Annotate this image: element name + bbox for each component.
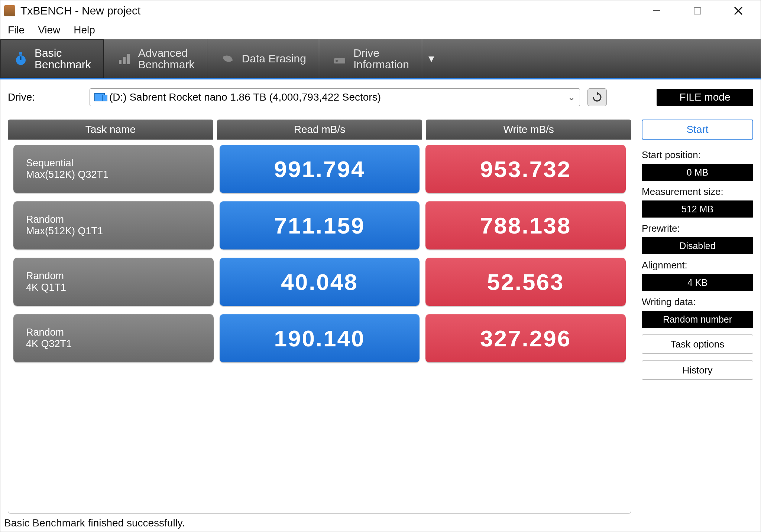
table-row: Random 4K Q1T1 40.048 52.563 xyxy=(13,258,626,306)
measurement-size-label: Measurement size: xyxy=(642,186,753,198)
task-line1: Random xyxy=(26,327,214,338)
tab-drive-l1: Drive xyxy=(353,47,409,59)
svg-point-11 xyxy=(336,60,338,62)
titlebar: TxBENCH - New project xyxy=(0,0,761,21)
drive-select[interactable]: (D:) Sabrent Rocket nano 1.86 TB (4,000,… xyxy=(90,88,580,106)
window-title: TxBENCH - New project xyxy=(20,4,140,17)
task-options-button[interactable]: Task options xyxy=(642,334,753,354)
minimize-button[interactable] xyxy=(649,3,664,18)
tab-basic-l1: Basic xyxy=(35,47,91,59)
task-line1: Sequential xyxy=(26,157,214,169)
window-controls xyxy=(649,3,757,18)
task-cell[interactable]: Random Max(512K) Q1T1 xyxy=(13,201,214,249)
results-header: Task name Read mB/s Write mB/s xyxy=(8,120,631,140)
task-cell[interactable]: Random 4K Q1T1 xyxy=(13,258,214,306)
tab-data-erasing[interactable]: Data Erasing xyxy=(207,39,319,78)
write-value: 788.138 xyxy=(425,201,626,249)
tab-advanced-l2: Benchmark xyxy=(138,59,195,71)
close-button[interactable] xyxy=(731,3,746,18)
bar-chart-icon xyxy=(117,51,132,66)
header-write: Write mB/s xyxy=(426,120,631,140)
refresh-icon xyxy=(592,92,603,103)
history-button[interactable]: History xyxy=(642,360,753,380)
read-value: 40.048 xyxy=(220,258,420,306)
tab-drive-l2: Information xyxy=(353,59,409,71)
alignment-value[interactable]: 4 KB xyxy=(642,274,753,291)
drive-row: Drive: (D:) Sabrent Rocket nano 1.86 TB … xyxy=(8,86,753,108)
tab-advanced-l1: Advanced xyxy=(138,47,195,59)
task-line2: Max(512K) Q1T1 xyxy=(26,225,214,237)
svg-rect-5 xyxy=(19,52,22,55)
svg-rect-9 xyxy=(127,54,130,64)
tab-erasing-label: Data Erasing xyxy=(242,52,306,65)
menu-file[interactable]: File xyxy=(8,24,25,36)
drive-device-icon xyxy=(94,93,105,101)
drive-icon xyxy=(332,51,347,66)
alignment-label: Alignment: xyxy=(642,260,753,271)
tab-basic-l2: Benchmark xyxy=(35,59,91,71)
app-icon xyxy=(4,5,15,16)
task-line2: 4K Q1T1 xyxy=(26,282,214,293)
sidebar: Start Start position: 0 MB Measurement s… xyxy=(642,120,753,514)
drive-label: Drive: xyxy=(8,91,82,103)
tab-drive-information[interactable]: Drive Information xyxy=(319,39,422,78)
write-value: 52.563 xyxy=(425,258,626,306)
table-row: Random 4K Q32T1 190.140 327.296 xyxy=(13,314,626,362)
erase-icon xyxy=(220,51,236,66)
svg-rect-8 xyxy=(123,57,126,64)
task-cell[interactable]: Sequential Max(512K) Q32T1 xyxy=(13,145,214,193)
tabbar: Basic Benchmark Advanced Benchmark Data … xyxy=(0,39,761,79)
results-table: Task name Read mB/s Write mB/s Sequentia… xyxy=(8,120,631,514)
close-icon xyxy=(733,6,744,16)
writing-data-label: Writing data: xyxy=(642,296,753,308)
file-mode-label: FILE mode xyxy=(680,91,731,103)
read-value: 190.140 xyxy=(220,314,420,362)
content-area: Drive: (D:) Sabrent Rocket nano 1.86 TB … xyxy=(0,79,761,514)
tab-overflow-button[interactable]: ▼ xyxy=(422,39,441,78)
task-line1: Random xyxy=(26,270,214,282)
task-line2: 4K Q32T1 xyxy=(26,338,214,350)
status-text: Basic Benchmark finished successfully. xyxy=(4,517,185,529)
read-value: 991.794 xyxy=(220,145,420,193)
statusbar: Basic Benchmark finished successfully. xyxy=(0,514,761,532)
start-button[interactable]: Start xyxy=(642,120,753,140)
refresh-button[interactable] xyxy=(587,88,607,106)
start-label: Start xyxy=(686,124,708,136)
write-value: 327.296 xyxy=(425,314,626,362)
table-row: Random Max(512K) Q1T1 711.159 788.138 xyxy=(13,201,626,249)
task-line1: Random xyxy=(26,214,214,225)
prewrite-value[interactable]: Disabled xyxy=(642,237,753,254)
minimize-icon xyxy=(651,6,662,16)
write-value: 953.732 xyxy=(425,145,626,193)
start-position-label: Start position: xyxy=(642,149,753,161)
main-area: Task name Read mB/s Write mB/s Sequentia… xyxy=(8,120,753,514)
task-cell[interactable]: Random 4K Q32T1 xyxy=(13,314,214,362)
prewrite-label: Prewrite: xyxy=(642,223,753,234)
tab-basic-benchmark[interactable]: Basic Benchmark xyxy=(0,39,104,78)
results-body: Sequential Max(512K) Q32T1 991.794 953.7… xyxy=(8,140,631,514)
svg-rect-7 xyxy=(119,60,122,64)
svg-rect-1 xyxy=(694,7,701,14)
tab-advanced-benchmark[interactable]: Advanced Benchmark xyxy=(104,39,208,78)
header-read: Read mB/s xyxy=(217,120,422,140)
task-options-label: Task options xyxy=(671,339,725,350)
menu-view[interactable]: View xyxy=(38,24,60,36)
writing-data-value[interactable]: Random number xyxy=(642,311,753,328)
chevron-down-icon: ⌄ xyxy=(568,92,575,102)
task-line2: Max(512K) Q32T1 xyxy=(26,169,214,180)
app-window: TxBENCH - New project File View Help Bas… xyxy=(0,0,761,532)
maximize-icon xyxy=(693,6,702,15)
measurement-size-value[interactable]: 512 MB xyxy=(642,200,753,218)
stopwatch-icon xyxy=(13,51,29,66)
start-position-value[interactable]: 0 MB xyxy=(642,164,753,181)
menu-help[interactable]: Help xyxy=(74,24,95,36)
file-mode-button[interactable]: FILE mode xyxy=(657,89,753,106)
header-task: Task name xyxy=(8,120,213,140)
maximize-button[interactable] xyxy=(690,3,705,18)
table-row: Sequential Max(512K) Q32T1 991.794 953.7… xyxy=(13,145,626,193)
drive-selected-text: (D:) Sabrent Rocket nano 1.86 TB (4,000,… xyxy=(109,91,381,103)
menubar: File View Help xyxy=(0,21,761,39)
read-value: 711.159 xyxy=(220,201,420,249)
history-label: History xyxy=(683,365,713,376)
